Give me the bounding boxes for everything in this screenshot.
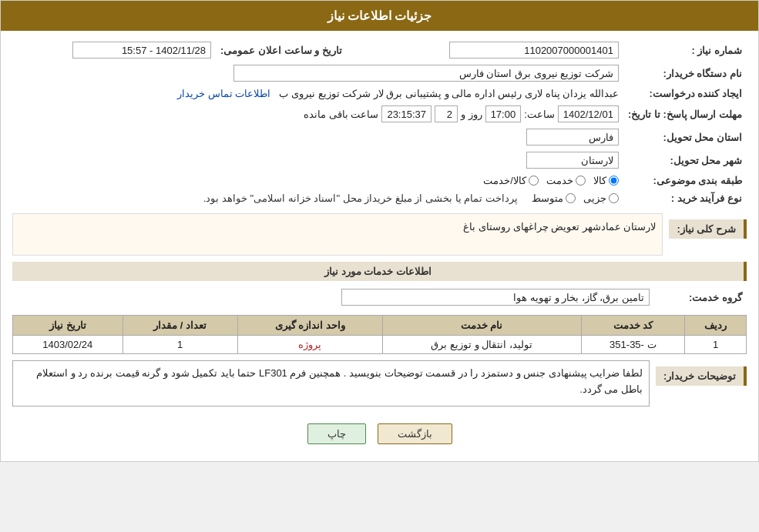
ijad-link[interactable]: اطلاعات تماس خریدار — [177, 88, 270, 99]
row-tabaqe: طبقه بندی موضوعی: کالا خدمت — [12, 172, 747, 189]
gorooh-value: تامین برق، گاز، بخار و تهویه هوا — [12, 286, 654, 309]
shomara-niaz-box: 1102007000001401 — [449, 42, 619, 59]
shahr-label: شهر محل تحویل: — [623, 149, 747, 172]
print-button[interactable]: چاپ — [307, 423, 366, 444]
button-row: بازگشت چاپ — [12, 414, 747, 453]
radio-jozi[interactable] — [609, 193, 619, 203]
col-date: تاریخ نیاز — [13, 316, 123, 336]
rooz-box: 2 — [435, 105, 458, 122]
label-motavaset: متوسط — [532, 192, 563, 204]
radio-khedmat[interactable] — [576, 176, 586, 186]
back-button[interactable]: بازگشت — [378, 423, 452, 444]
mohlet-label: مهلت ارسال پاسخ: تا تاریخ: — [623, 102, 747, 125]
tarikhe-elam-label: تاریخ و ساعت اعلان عمومی: — [216, 38, 347, 62]
col-name: نام خدمت — [382, 316, 581, 336]
label-jozi: جزیی — [583, 192, 606, 204]
sharh-box-area: لارستان عمادشهر تعویض چراغهای روستای باغ — [12, 213, 663, 256]
col-radif: ردیف — [685, 316, 747, 336]
radio-motavaset[interactable] — [566, 193, 576, 203]
gorooh-label: گروه خدمت: — [654, 286, 747, 309]
tabaqe-label: طبقه بندی موضوعی: — [623, 172, 747, 189]
gorooh-row: گروه خدمت: تامین برق، گاز، بخار و تهویه … — [12, 286, 747, 309]
nam-dastgah-label: نام دستگاه خریدار: — [623, 62, 747, 85]
gorooh-table: گروه خدمت: تامین برق، گاز، بخار و تهویه … — [12, 286, 747, 309]
col-unit: واحد اندازه گیری — [237, 316, 382, 336]
sharh-box: لارستان عمادشهر تعویض چراغهای روستای باغ — [12, 213, 663, 256]
row-mohlet: مهلت ارسال پاسخ: تا تاریخ: 1402/12/01 سا… — [12, 102, 747, 125]
sharh-value: لارستان عمادشهر تعویض چراغهای روستای باغ — [463, 221, 656, 233]
cell-count: 1 — [123, 336, 237, 354]
col-count: تعداد / مقدار — [123, 316, 237, 336]
mohlet-row: 1402/12/01 ساعت: 17:00 روز و 2 23:15:37 … — [12, 102, 623, 125]
sharh-section: شرح کلی نیاز: لارستان عمادشهر تعویض چراغ… — [12, 213, 747, 256]
service-table-head: ردیف کد خدمت نام خدمت واحد اندازه گیری ت… — [13, 316, 747, 336]
ostan-box: فارس — [526, 129, 619, 146]
nam-dastgah-value: شرکت توزیع نیروی برق استان فارس — [12, 62, 623, 85]
row-nam-dastgah: نام دستگاه خریدار: شرکت توزیع نیروی برق … — [12, 62, 747, 85]
shomara-niaz-value: 1102007000001401 — [378, 38, 623, 62]
tabaqe-khedmat: خدمت — [546, 175, 586, 186]
cell-unit: پروژه — [237, 336, 382, 354]
shahr-box: لارستان — [526, 152, 619, 169]
table-row: 1ت -35-351تولید، انتقال و توزیع برقپروژه… — [13, 336, 747, 354]
service-table-header-row: ردیف کد خدمت نام خدمت واحد اندازه گیری ت… — [13, 316, 747, 336]
farayand-motavaset: متوسط — [532, 192, 576, 204]
col-kod: کد خدمت — [581, 316, 685, 336]
time-box: 17:00 — [485, 105, 522, 122]
cell-name: تولید، انتقال و توزیع برق — [382, 336, 581, 354]
ostan-label: استان محل تحویل: — [623, 125, 747, 149]
saat-baqi-label: ساعت باقی مانده — [304, 109, 378, 120]
ijad-value: عبدالله یزدان پناه لاری رئیس اداره مالی … — [12, 85, 623, 102]
tossif-box: لطفا ضرایب پیشنهادی جنس و دستمزد را در ق… — [12, 360, 650, 407]
service-section-title: اطلاعات خدمات مورد نیاز — [12, 262, 747, 281]
tabaqe-kala: کالا — [593, 175, 619, 186]
row-shomara: شماره نیاز : 1102007000001401 تاریخ و سا… — [12, 38, 747, 62]
noe-farayand-note: پرداخت تمام یا بخشی از مبلغ خریداز محل "… — [203, 192, 518, 204]
ijad-label: ایجاد کننده درخواست: — [623, 85, 747, 102]
cell-radif: 1 — [685, 336, 747, 354]
farayand-jozi: جزیی — [583, 192, 619, 204]
row-ijad: ایجاد کننده درخواست: عبدالله یزدان پناه … — [12, 85, 747, 102]
shomara-niaz-label: شماره نیاز : — [623, 38, 747, 62]
time-label: ساعت: — [524, 109, 555, 120]
nam-dastgah-box: شرکت توزیع نیروی برق استان فارس — [233, 65, 619, 82]
tossif-value: لطفا ضرایب پیشنهادی جنس و دستمزد را در ق… — [36, 367, 643, 395]
cell-date: 1403/02/24 — [13, 336, 123, 354]
tossif-section: توضیحات خریدار: لطفا ضرایب پیشنهادی جنس … — [12, 360, 747, 407]
date-row: 1402/12/01 ساعت: 17:00 روز و 2 23:15:37 … — [17, 105, 619, 122]
row-ostan: استان محل تحویل: فارس — [12, 125, 747, 149]
noe-farayand-label: نوع فرآیند خرید : — [623, 189, 747, 207]
row-shahr: شهر محل تحویل: لارستان — [12, 149, 747, 172]
sharh-label: شرح کلی نیاز: — [669, 219, 747, 239]
info-table: شماره نیاز : 1102007000001401 تاریخ و سا… — [12, 38, 747, 207]
tossif-label: توضیحات خریدار: — [656, 366, 747, 386]
saat-baqi-box: 23:15:37 — [381, 105, 432, 122]
row-noe-farayand: نوع فرآیند خرید : جزیی متوسط پرداخت تمام… — [12, 189, 747, 207]
service-table: ردیف کد خدمت نام خدمت واحد اندازه گیری ت… — [12, 315, 747, 354]
noe-farayand-radio-row: جزیی متوسط پرداخت تمام یا بخشی از مبلغ خ… — [17, 192, 619, 204]
tabaqe-kala-khedmat: کالا/خدمت — [483, 175, 539, 186]
main-container: جزئیات اطلاعات نیاز شماره نیاز : 1102007… — [0, 0, 759, 462]
radio-kala-khedmat[interactable] — [529, 176, 539, 186]
label-kala-khedmat: کالا/خدمت — [483, 175, 526, 186]
tarikhe-elam-box: 1402/11/28 - 15:57 — [72, 42, 211, 59]
tarikhe-elam-value: 1402/11/28 - 15:57 — [12, 38, 216, 62]
service-table-body: 1ت -35-351تولید، انتقال و توزیع برقپروژه… — [13, 336, 747, 354]
radio-kala[interactable] — [609, 176, 619, 186]
content-area: شماره نیاز : 1102007000001401 تاریخ و سا… — [1, 31, 758, 461]
ijad-text: عبدالله یزدان پناه لاری رئیس اداره مالی … — [279, 88, 619, 99]
tabaqe-radio-row: کالا خدمت کالا/خدمت — [17, 175, 619, 186]
label-kala: کالا — [593, 175, 606, 186]
cell-kod: ت -35-351 — [581, 336, 685, 354]
page-header: جزئیات اطلاعات نیاز — [1, 1, 758, 31]
date-box: 1402/12/01 — [558, 105, 619, 122]
gorooh-box: تامین برق، گاز، بخار و تهویه هوا — [341, 289, 650, 306]
rooz-label: روز و — [461, 109, 482, 120]
page-title: جزئیات اطلاعات نیاز — [327, 9, 432, 22]
label-khedmat: خدمت — [546, 175, 573, 186]
